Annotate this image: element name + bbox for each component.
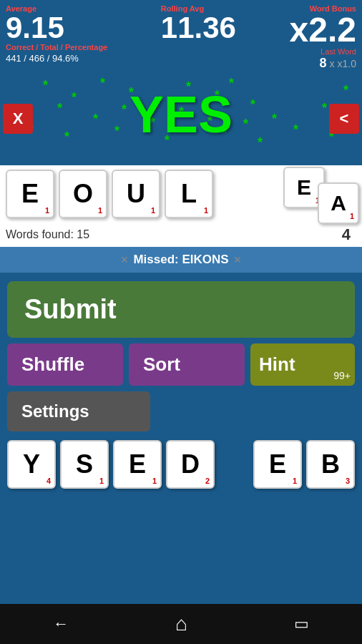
tile-s[interactable]: S 1: [60, 440, 109, 489]
tile-letter: Y: [23, 449, 40, 479]
recent-nav-icon[interactable]: ▭: [294, 615, 309, 633]
tile-score: 1: [350, 212, 354, 220]
tile-letter: D: [181, 449, 200, 479]
hint-button[interactable]: Hint 99+: [250, 343, 355, 386]
submit-label: Submit: [24, 294, 117, 324]
tile-letter: B: [321, 449, 340, 479]
correct-label: Correct / Total / Percentage: [6, 43, 107, 52]
bottom-left-tiles: Y 4 S 1 E 1 D 2: [7, 440, 215, 489]
asterisk-decoration: *: [250, 97, 255, 112]
navigation-bar: ← ⌂ ▭: [0, 604, 362, 644]
average-value: 9.15: [6, 13, 107, 43]
tile-letter: L: [181, 179, 197, 209]
main-tiles-row: E 1 O 1 U 1 L 1 E 1 E 1 A 1: [0, 165, 362, 223]
tile-score: 4: [47, 477, 51, 485]
tile-letter: U: [127, 179, 145, 209]
bottom-tiles-row: Y 4 S 1 E 1 D 2 E 1 B 3: [0, 437, 362, 492]
x-marker-2: ✕: [233, 254, 242, 265]
asterisk-decoration: *: [322, 101, 327, 116]
last-word-x: x: [330, 58, 335, 69]
stats-bar: Average 9.15 Correct / Total / Percentag…: [0, 0, 362, 72]
word-bonus-section: Word Bonus x2.2 Last Word 8 x x1.0: [290, 4, 356, 71]
submit-button[interactable]: Submit: [7, 281, 355, 338]
asterisk-decoration: *: [72, 90, 77, 105]
hint-label: Hint: [259, 353, 295, 375]
home-nav-icon[interactable]: ⌂: [175, 613, 187, 635]
last-word-row: Last Word: [321, 47, 356, 56]
hint-badge: 99+: [333, 370, 351, 381]
last-word-mult: x1.0: [338, 58, 356, 69]
game-area: **************************** X YES <: [0, 72, 362, 165]
tile-score: 2: [205, 477, 210, 485]
asterisk-decoration: *: [57, 101, 62, 116]
words-found-text: Words found: 15: [6, 228, 89, 241]
asterisk-decoration: *: [258, 135, 263, 150]
asterisk-decoration: *: [64, 130, 69, 145]
word-bonus-value: x2.2: [290, 13, 356, 47]
asterisk-decoration: *: [343, 83, 348, 98]
tile-count: 4: [342, 225, 351, 244]
x-button-left[interactable]: X: [3, 104, 33, 134]
tile-a-floating[interactable]: A 1: [318, 182, 359, 224]
tile-letter: A: [331, 191, 346, 215]
rolling-value: 11.36: [161, 13, 236, 43]
tile-score: 1: [45, 206, 49, 215]
words-found-row: Words found: 15 4: [0, 223, 362, 247]
missed-text: Missed: EIKONS: [133, 253, 228, 267]
tile-score: 1: [204, 206, 208, 215]
tile-score: 1: [99, 477, 104, 485]
shuffle-button[interactable]: Shuffle: [7, 343, 123, 386]
tile-u[interactable]: U 1: [112, 170, 160, 218]
asterisk-decoration: *: [114, 124, 119, 139]
tile-letter: E: [297, 175, 311, 200]
asterisk-decoration: *: [100, 76, 105, 91]
tile-score: 1: [151, 206, 155, 215]
tile-b[interactable]: B 3: [306, 440, 355, 489]
tile-letter: E: [269, 449, 286, 479]
tile-letter: S: [76, 449, 93, 479]
asterisk-decoration: *: [293, 122, 298, 137]
yes-text: YES: [129, 85, 233, 144]
settings-button[interactable]: Settings: [7, 391, 150, 431]
tile-score: 1: [98, 206, 102, 215]
settings-label: Settings: [21, 401, 89, 421]
bottom-right-tiles: E 1 B 3: [253, 440, 355, 489]
rolling-avg-section: Rolling Avg 11.36: [161, 4, 236, 71]
asterisk-decoration: *: [122, 102, 127, 117]
back-nav-icon[interactable]: ←: [53, 615, 69, 633]
correct-value: 441 / 466 / 94.6%: [6, 53, 107, 64]
tile-e4[interactable]: E 1: [253, 440, 302, 489]
sort-button[interactable]: Sort: [129, 343, 245, 386]
last-word-label: Last Word: [321, 47, 356, 56]
asterisk-decoration: *: [43, 78, 48, 93]
tile-letter: E: [129, 449, 146, 479]
last-word-values: 8 x x1.0: [320, 56, 356, 71]
shuffle-label: Shuffle: [21, 353, 84, 375]
tile-d[interactable]: D 2: [166, 440, 215, 489]
missed-bar: ✕ Missed: EIKONS ✕: [0, 247, 362, 273]
settings-row: Settings: [0, 391, 362, 431]
tile-letter: O: [73, 179, 93, 209]
tile-score: 1: [293, 477, 297, 485]
tile-e1[interactable]: E 1: [6, 170, 54, 218]
tile-e3[interactable]: E 1: [113, 440, 162, 489]
tile-score: 3: [346, 477, 350, 485]
tile-score: 1: [152, 477, 157, 485]
asterisk-decoration: *: [243, 117, 248, 132]
tile-l[interactable]: L 1: [165, 170, 213, 218]
average-section: Average 9.15 Correct / Total / Percentag…: [6, 4, 107, 71]
action-buttons-row: Shuffle Sort Hint 99+: [0, 343, 362, 386]
tile-y[interactable]: Y 4: [7, 440, 56, 489]
asterisk-decoration: *: [272, 112, 277, 127]
back-button[interactable]: <: [329, 104, 359, 134]
x-marker-1: ✕: [120, 254, 129, 265]
sort-label: Sort: [143, 353, 180, 375]
tile-o[interactable]: O 1: [59, 170, 107, 218]
tile-letter: E: [21, 179, 39, 209]
tiles-section: E 1 O 1 U 1 L 1 E 1 E 1 A 1 Words found:: [0, 165, 362, 247]
asterisk-decoration: *: [93, 112, 98, 127]
last-word-score: 8: [320, 56, 327, 71]
